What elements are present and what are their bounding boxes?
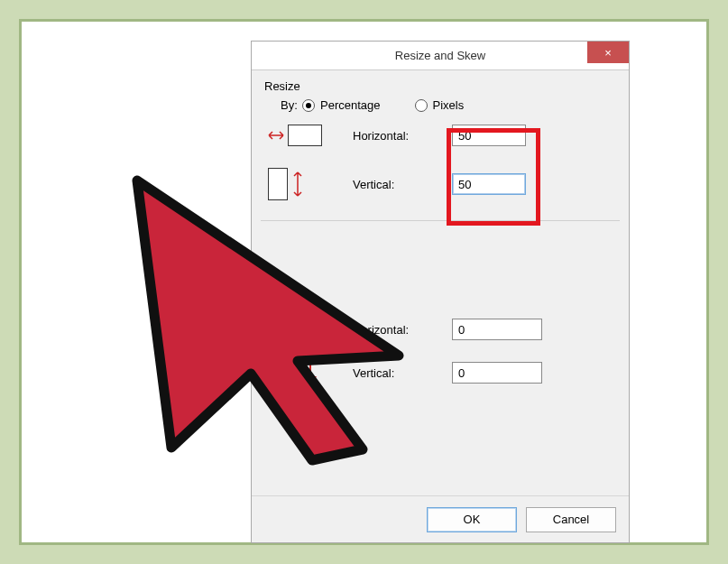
titlebar[interactable]: Resize and Skew × (252, 42, 629, 70)
close-button[interactable]: × (587, 42, 629, 63)
resize-vertical-icon (268, 168, 353, 200)
dialog-body: Resize By: Percentage Pixels (252, 70, 629, 495)
resize-skew-dialog: Resize and Skew × Resize By: Percentage … (251, 41, 630, 543)
resize-horizontal-input[interactable] (452, 125, 526, 146)
skew-horizontal-input-cell (452, 319, 560, 340)
cancel-button-label: Cancel (553, 513, 589, 526)
resize-group-label: Resize (264, 79, 620, 93)
skew-group-spacer (261, 234, 620, 315)
skew-horizontal-input[interactable] (452, 319, 542, 340)
double-arrow-vertical-icon (293, 171, 302, 197)
skew-vertical-input-cell (452, 362, 560, 384)
radio-icon (415, 99, 428, 112)
double-arrow-horizontal-icon (268, 131, 284, 140)
radio-pixels-label: Pixels (433, 98, 465, 112)
screenshot-frame: Resize and Skew × Resize By: Percentage … (19, 19, 709, 545)
by-label: By: (261, 98, 302, 112)
arrow-down-icon (309, 364, 311, 382)
close-icon: × (604, 47, 612, 59)
skew-vertical-input[interactable] (452, 362, 542, 384)
resize-vertical-input-cell (452, 173, 560, 195)
radio-percentage-label: Percentage (320, 98, 381, 112)
radio-icon (302, 99, 315, 112)
resize-horizontal-input-cell (452, 125, 560, 146)
skew-vertical-icon (268, 364, 353, 382)
resize-vertical-label: Vertical: (353, 178, 452, 191)
dialog-title: Resize and Skew (252, 49, 629, 62)
skew-horizontal-label: Horizontal: (353, 323, 452, 337)
skew-vertical-label: Vertical: (353, 366, 452, 380)
resize-by-row: By: Percentage Pixels (261, 98, 620, 112)
resize-grid: Horizontal: Vertical: (268, 125, 620, 200)
ok-button[interactable]: OK (427, 507, 517, 532)
skew-grid: Horizontal: Vertical: (268, 319, 620, 384)
ok-button-label: OK (464, 513, 481, 526)
dialog-footer: OK Cancel (252, 495, 629, 542)
radio-percentage[interactable]: Percentage (302, 98, 381, 112)
radio-pixels[interactable]: Pixels (415, 98, 465, 112)
group-separator (261, 220, 620, 221)
resize-horizontal-icon (268, 125, 353, 146)
cancel-button[interactable]: Cancel (526, 507, 616, 532)
resize-vertical-input[interactable] (452, 173, 526, 195)
resize-horizontal-label: Horizontal: (353, 129, 452, 143)
